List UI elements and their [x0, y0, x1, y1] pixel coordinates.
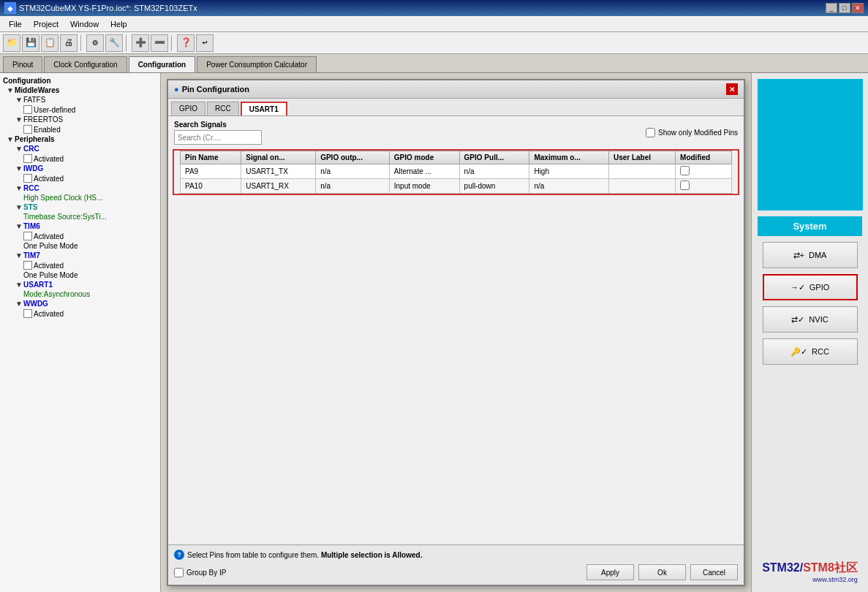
mode-async-label: Mode:Asynchronous: [23, 290, 90, 298]
pin-table-wrapper: Pin Name Signal on... GPIO outp... GPIO …: [173, 149, 739, 195]
tree-section-freertos[interactable]: ▼ FREERTOS: [1, 115, 159, 124]
gpio-button[interactable]: →✓ GPIO: [763, 274, 858, 300]
tab-usart1[interactable]: USART1: [241, 102, 287, 115]
col-user-label[interactable]: User Label: [608, 151, 675, 164]
toolbar-tools[interactable]: 🔧: [105, 34, 123, 52]
maximize-button[interactable]: □: [839, 3, 850, 13]
tree-item-activated-crc[interactable]: Activated: [1, 153, 159, 164]
checkbox-activated-iwdg[interactable]: [23, 174, 32, 183]
gpio-label: GPIO: [809, 283, 830, 292]
tab-clock[interactable]: Clock Configuration: [44, 56, 127, 72]
timebase-label: Timebase Source:SysTi...: [23, 213, 107, 221]
tree-section-fatfs[interactable]: ▼ FATFS: [1, 95, 159, 105]
cell-modified-pa9: [676, 164, 732, 179]
activated-crc-label: Activated: [34, 155, 64, 163]
ok-button[interactable]: Ok: [638, 564, 686, 580]
col-gpio-output[interactable]: GPIO outp...: [316, 151, 390, 164]
toolbar-settings[interactable]: ⚙: [86, 34, 104, 52]
rcc-sys-button[interactable]: 🔑✓ RCC: [763, 338, 858, 365]
tree-section-wwdg[interactable]: ▼ WWDG: [1, 299, 159, 308]
dialog-title-bar: ● Pin Configuration ✕: [168, 80, 744, 99]
tree-item-enabled[interactable]: Enabled: [1, 124, 159, 134]
title-bar: ◆ STM32CubeMX YS-F1Pro.ioc*: STM32F103ZE…: [0, 0, 868, 16]
expand-sts[interactable]: ▼: [15, 203, 23, 211]
tab-power[interactable]: Power Consumption Calculator: [197, 56, 317, 72]
menu-window[interactable]: Window: [64, 18, 105, 30]
tree-section-peripherals[interactable]: ▼ Peripherals: [1, 134, 159, 144]
toolbar-print[interactable]: 🖨: [60, 34, 78, 52]
tree-item-activated-wwdg[interactable]: Activated: [1, 308, 159, 319]
toolbar-open[interactable]: 📁: [3, 34, 20, 52]
tree-section-usart1[interactable]: ▼ USART1: [1, 280, 159, 289]
tree-section-middlewares[interactable]: ▼ MiddleWares: [1, 86, 159, 95]
footer-info: ? Select Pins from table to configure th…: [174, 550, 738, 560]
expand-crc[interactable]: ▼: [15, 145, 23, 153]
tree-section-tim7[interactable]: ▼ TIM7: [1, 251, 159, 260]
toolbar-undo[interactable]: ↩: [196, 34, 214, 52]
tab-rcc[interactable]: RCC: [207, 102, 239, 115]
nvic-button[interactable]: ⇄✓ NVIC: [763, 306, 858, 333]
checkbox-activated-wwdg[interactable]: [23, 309, 32, 318]
close-button[interactable]: ✕: [852, 3, 864, 13]
expand-iwdg[interactable]: ▼: [15, 164, 23, 172]
window-controls[interactable]: _ □ ✕: [826, 3, 864, 13]
cancel-button[interactable]: Cancel: [690, 564, 738, 580]
tree-section-rcc[interactable]: ▼ RCC: [1, 183, 159, 193]
dma-button[interactable]: ⇄+ DMA: [763, 242, 858, 268]
expand-freertos[interactable]: ▼: [15, 115, 23, 124]
pin-configuration-dialog: ● Pin Configuration ✕ GPIO RCC USART1 Se…: [167, 79, 745, 586]
tree-section-iwdg[interactable]: ▼ IWDG: [1, 164, 159, 173]
tree-item-activated-iwdg[interactable]: Activated: [1, 173, 159, 183]
rcc-label: RCC: [23, 184, 39, 192]
expand-rcc[interactable]: ▼: [15, 184, 23, 192]
checkbox-user-defined[interactable]: [23, 105, 32, 114]
toolbar-save[interactable]: 💾: [22, 34, 39, 52]
group-by-ip-checkbox[interactable]: [174, 568, 184, 577]
toolbar-copy[interactable]: 📋: [41, 34, 59, 52]
toolbar-add[interactable]: ➕: [132, 34, 149, 52]
toolbar-remove[interactable]: ➖: [151, 34, 168, 52]
tree-section-tim6[interactable]: ▼ TIM6: [1, 221, 159, 231]
tab-pinout[interactable]: Pinout: [3, 56, 42, 72]
show-modified-checkbox[interactable]: [646, 128, 655, 137]
dialog-close-button[interactable]: ✕: [726, 83, 738, 95]
cell-label-pa10: [608, 179, 675, 194]
apply-button[interactable]: Apply: [586, 564, 634, 580]
col-pin-name[interactable]: Pin Name: [181, 151, 241, 164]
expand-tim6[interactable]: ▼: [15, 222, 23, 230]
expand-fatfs[interactable]: ▼: [15, 96, 23, 104]
modified-check-pa10[interactable]: [680, 181, 690, 190]
checkbox-enabled[interactable]: [23, 125, 32, 134]
menu-help[interactable]: Help: [105, 18, 133, 30]
table-row[interactable]: PA9 USART1_TX n/a Alternate ... n/a High: [181, 164, 732, 179]
checkbox-activated-tim6[interactable]: [23, 232, 32, 240]
tree-item-activated-tim7[interactable]: Activated: [1, 260, 159, 270]
modified-check-pa9[interactable]: [680, 166, 690, 175]
expand-tim7[interactable]: ▼: [15, 251, 23, 259]
col-gpio-pull[interactable]: GPIO Pull...: [459, 151, 529, 164]
tab-configuration[interactable]: Configuration: [129, 56, 196, 72]
menu-file[interactable]: File: [3, 18, 28, 30]
col-signal[interactable]: Signal on...: [241, 151, 316, 164]
menu-project[interactable]: Project: [28, 18, 64, 30]
col-gpio-mode[interactable]: GPIO mode: [389, 151, 459, 164]
col-max-output[interactable]: Maximum o...: [529, 151, 609, 164]
expand-peripherals[interactable]: ▼: [6, 135, 15, 143]
tab-gpio[interactable]: GPIO: [171, 102, 205, 115]
tree-section-crc[interactable]: ▼ CRC: [1, 144, 159, 153]
expand-usart1[interactable]: ▼: [15, 281, 23, 289]
cell-gpio-mode-pa9: Alternate ...: [389, 164, 459, 179]
expand-wwdg[interactable]: ▼: [15, 300, 23, 308]
dialog-tab-bar: GPIO RCC USART1: [168, 99, 744, 116]
tree-item-activated-tim6[interactable]: Activated: [1, 231, 159, 241]
toolbar-help[interactable]: ❓: [177, 34, 195, 52]
col-modified[interactable]: Modified: [676, 151, 732, 164]
expand-middlewares[interactable]: ▼: [6, 86, 15, 94]
checkbox-activated-crc[interactable]: [23, 154, 32, 163]
minimize-button[interactable]: _: [826, 3, 837, 13]
tree-section-sts[interactable]: ▼ STS: [1, 202, 159, 212]
table-row[interactable]: PA10 USART1_RX n/a Input mode pull-down …: [181, 179, 732, 194]
search-input[interactable]: [174, 130, 262, 145]
checkbox-activated-tim7[interactable]: [23, 261, 32, 270]
tree-item-user-defined[interactable]: User-defined: [1, 105, 159, 115]
